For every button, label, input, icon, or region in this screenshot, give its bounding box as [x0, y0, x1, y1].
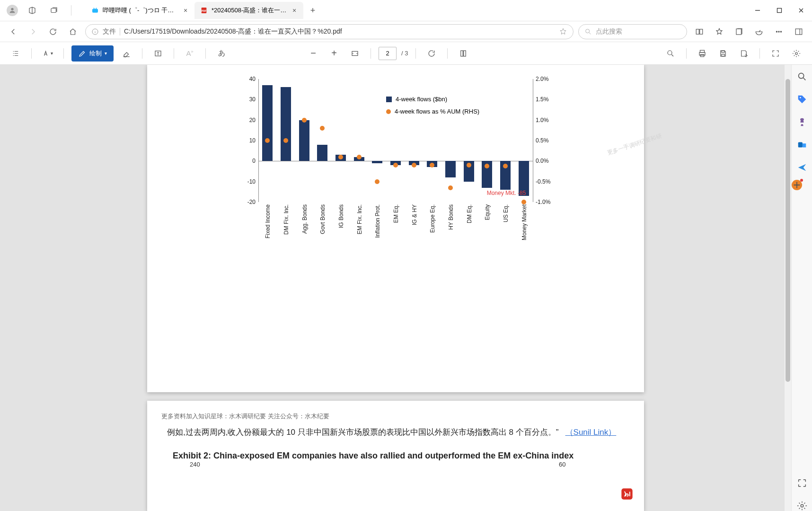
sunil-link[interactable]: （Sunil Link）	[565, 428, 617, 437]
highlight-icon[interactable]: ▾	[39, 45, 56, 62]
chart-xlabel: Equity	[484, 204, 491, 220]
chart-4week-flows: Fixed IncomeDM Fix. Inc.Agg. BondsGovt B…	[230, 74, 561, 254]
chart-xlabel: DM Fix. Inc.	[283, 204, 290, 235]
chart-xlabel: US Eq.	[503, 204, 509, 222]
add-text-icon[interactable]	[150, 45, 166, 62]
svg-point-7	[586, 29, 590, 33]
screenshot-icon[interactable]	[797, 478, 807, 488]
chart-bar	[317, 145, 327, 161]
window-minimize-button[interactable]	[747, 0, 768, 21]
edge-sidebar	[791, 65, 812, 511]
window-maximize-button[interactable]	[768, 0, 790, 21]
more-icon[interactable]	[771, 24, 786, 39]
chart-bar	[445, 161, 456, 177]
svg-rect-22	[700, 54, 704, 57]
read-aloud-icon[interactable]: A»	[182, 45, 198, 62]
add-rail-icon[interactable]	[792, 180, 802, 190]
page-view-icon[interactable]	[455, 45, 471, 62]
chart-point	[302, 118, 307, 123]
new-tab-button[interactable]: +	[306, 4, 319, 17]
svg-rect-18	[464, 51, 466, 56]
fullscreen-icon[interactable]	[768, 45, 784, 62]
outlook-icon[interactable]	[797, 140, 807, 150]
chart-xlabel: HY Bonds	[448, 204, 454, 230]
svg-point-27	[798, 73, 803, 79]
browser-addressbar: 文件 C:/Users/17519/Downloads/20240508-高盛：…	[0, 21, 812, 42]
svg-rect-14	[795, 29, 802, 35]
search-placeholder: 点此搜索	[596, 27, 622, 36]
bilibili-favicon-icon	[91, 7, 99, 14]
toc-icon[interactable]	[8, 45, 24, 62]
browser-tab-bilibili[interactable]: 哔哩哔哩 (゜-゜)つロ 干杯~-bilib ×	[86, 2, 194, 19]
url-box[interactable]: 文件 C:/Users/17519/Downloads/20240508-高盛：…	[85, 24, 574, 39]
svg-point-30	[801, 504, 803, 507]
zoom-out-button[interactable]: −	[305, 45, 321, 62]
erase-icon[interactable]	[118, 45, 134, 62]
settings-icon[interactable]	[788, 45, 804, 62]
tabs-icon[interactable]	[46, 3, 62, 18]
split-screen-icon[interactable]	[692, 24, 707, 39]
rail-settings-icon[interactable]	[797, 501, 807, 511]
zoom-in-button[interactable]: +	[326, 45, 342, 62]
profile-avatar[interactable]	[7, 5, 18, 16]
chart-point	[265, 138, 270, 143]
pdf-toolbar: ▾ 绘制 ▾ A» あ − + / 3	[0, 42, 812, 65]
search-rail-icon[interactable]	[797, 71, 807, 82]
pdf-favicon-icon: PDF	[200, 7, 208, 14]
chart-annotation: Money Mkt. -85	[487, 190, 526, 196]
chart-xlabel: Inflation Prot.	[374, 204, 381, 238]
search-icon	[584, 28, 592, 35]
page-number-input[interactable]	[379, 47, 397, 60]
tag-icon[interactable]	[797, 94, 807, 105]
chart-bar	[299, 120, 309, 161]
send-icon[interactable]	[797, 162, 807, 173]
workspaces-icon[interactable]	[25, 3, 40, 18]
svg-text:PDF: PDF	[202, 9, 207, 12]
home-button[interactable]	[65, 24, 80, 39]
favorite-star-icon[interactable]	[559, 27, 567, 36]
chart-point	[338, 155, 343, 159]
chart-point	[485, 164, 489, 168]
search-box[interactable]: 点此搜索	[578, 24, 687, 39]
sidebar-toggle-icon[interactable]	[791, 24, 806, 39]
scrollbar-thumb[interactable]	[786, 79, 790, 382]
collections-icon[interactable]	[732, 24, 747, 39]
window-close-button[interactable]	[790, 0, 812, 21]
save-as-icon[interactable]	[736, 45, 752, 62]
page-header-note: 更多资料加入知识星球：水木调研纪要 关注公众号：水木纪要	[161, 412, 630, 421]
pdf-viewport[interactable]: Fixed IncomeDM Fix. Inc.Agg. BondsGovt B…	[0, 65, 791, 511]
info-icon	[91, 28, 99, 35]
back-button[interactable]	[6, 24, 21, 39]
close-tab-icon[interactable]: ×	[291, 7, 298, 14]
translate-icon[interactable]: あ	[213, 45, 229, 62]
favorites-icon[interactable]	[712, 24, 727, 39]
performance-icon[interactable]	[751, 24, 767, 39]
draw-button[interactable]: 绘制 ▾	[71, 45, 114, 62]
svg-rect-9	[700, 29, 703, 34]
tab-title: 哔哩哔哩 (゜-゜)つロ 干杯~-bilib	[103, 6, 178, 15]
chart-point	[393, 163, 398, 167]
chart-xlabel: Govt Bonds	[319, 204, 326, 234]
close-tab-icon[interactable]: ×	[182, 7, 189, 14]
axis-num-right: 60	[559, 461, 565, 468]
page-total: / 3	[401, 50, 408, 57]
chart-xlabel: EM Fix. Inc.	[356, 204, 363, 234]
vertical-scrollbar[interactable]	[785, 65, 791, 511]
tab-title: *20240508-高盛：谁在一直买入	[212, 6, 287, 15]
rotate-icon[interactable]	[424, 45, 440, 62]
refresh-button[interactable]	[45, 24, 61, 39]
browser-tab-pdf[interactable]: PDF *20240508-高盛：谁在一直买入 ×	[194, 2, 303, 19]
chart-xlabel: Europe Eq.	[429, 204, 436, 233]
svg-rect-1	[51, 9, 56, 13]
chess-icon[interactable]	[797, 117, 807, 127]
acrobat-badge-icon[interactable]	[620, 487, 634, 501]
find-icon[interactable]	[662, 45, 679, 62]
chart-bar	[262, 85, 273, 161]
svg-rect-10	[736, 29, 741, 35]
print-icon[interactable]	[694, 45, 710, 62]
svg-point-13	[780, 31, 781, 32]
forward-button	[26, 24, 41, 39]
save-icon[interactable]	[715, 45, 731, 62]
chart-point	[430, 163, 434, 167]
fit-width-icon[interactable]	[347, 45, 363, 62]
